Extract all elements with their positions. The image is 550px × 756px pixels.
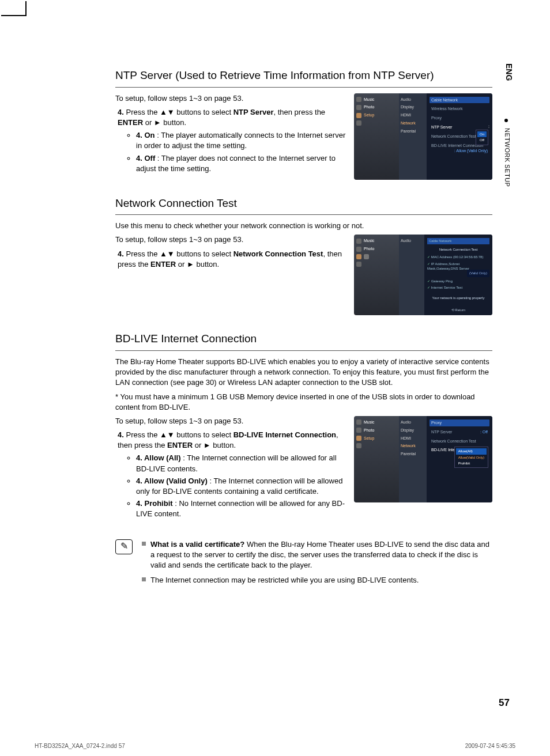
bold-text: NTP Server <box>233 108 274 116</box>
label: Photo <box>364 104 374 110</box>
shot-menu: Audio Display HDMI Network Parental <box>399 416 427 502</box>
label: Music <box>364 419 374 425</box>
setup-icon <box>356 436 361 441</box>
footer-left: HT-BD3252A_XAA_0724-2.indd 57 <box>35 742 125 750</box>
music-icon <box>356 239 361 244</box>
text: Press the ▲▼ buttons to select <box>126 430 233 439</box>
status-message: Your network is operating properly <box>427 292 489 300</box>
divider <box>115 350 492 351</box>
note-text: The Internet connection may be restricte… <box>150 575 419 585</box>
shot-panel: Cable Network Wireless Network Proxy NTP… <box>427 93 492 180</box>
label: Music <box>364 97 374 103</box>
bold-text: BD-LIVE Internet Connection <box>233 430 336 439</box>
dropdown-option: Allow(Valid Only) <box>456 455 487 460</box>
bold-text: ENTER <box>150 260 176 269</box>
dropdown-option: Off <box>477 137 487 143</box>
text: or ► button. <box>143 118 186 127</box>
dropdown-option-selected: On <box>477 131 487 137</box>
note-icon: ✎ <box>115 539 133 554</box>
label: Photo <box>364 246 374 252</box>
page-content: ENG NETWORK SETUP NTP Server (Used to Re… <box>35 58 515 721</box>
label: NTP Server <box>430 124 454 131</box>
menu-item: HDMI <box>401 112 425 118</box>
value: : Off <box>480 429 488 435</box>
bold-text: Network Connection Test <box>233 250 323 258</box>
dropdown-option: Prohibit <box>456 460 487 466</box>
footer: HT-BD3252A_XAA_0724-2.indd 57 2009-07-24… <box>35 742 515 750</box>
label: Setup <box>364 112 374 118</box>
bold-text: Prohibit <box>144 499 172 508</box>
section-tab-label: NETWORK SETUP <box>504 128 511 187</box>
shot-panel: Cable Network Network Connection Test MA… <box>424 235 492 315</box>
check-item: IP Address,Subnet Mask,Gateway,DNS Serve… <box>427 262 489 277</box>
section-title-bdlive: BD-LIVE Internet Connection <box>115 331 492 347</box>
crop-mark <box>1 15 27 16</box>
menu-item: Display <box>401 428 425 433</box>
panel-title: Cable Network <box>427 238 489 244</box>
panel-item: Wireless Network <box>430 105 489 112</box>
panel-item: Cable Network <box>430 97 489 104</box>
label: Photo <box>364 428 374 433</box>
note-list: What is a valid certificate? When the Bl… <box>142 539 492 591</box>
menu-item: HDMI <box>401 436 425 441</box>
screenshot-nct: Music Photo Audio Cable Network Network … <box>354 235 492 315</box>
menu-item-selected: Network <box>401 443 425 449</box>
gear-icon <box>364 254 369 259</box>
label: NTP Server <box>431 430 452 434</box>
value: : Allow (Valid Only) <box>454 148 488 154</box>
square-bullet-icon <box>142 542 146 546</box>
text: : The player automatically connects to t… <box>136 131 345 150</box>
note-box: ✎ What is a valid certificate? When the … <box>115 539 492 591</box>
setup-icon <box>356 113 361 118</box>
shot-sidebar: Music Photo Setup <box>354 416 399 502</box>
language-tab: ENG <box>502 58 515 86</box>
photo-icon <box>356 105 361 110</box>
text: Press the ▲▼ buttons to select <box>126 250 233 258</box>
shot-sidebar: Music Photo Setup <box>354 93 399 180</box>
menu-item: Audio <box>401 97 425 103</box>
section-title-nct: Network Connection Test <box>115 196 492 211</box>
panel-subtitle: Network Connection Test <box>427 246 489 253</box>
check-item: Internet Service Test <box>427 285 489 290</box>
text: or ► button. <box>193 441 236 449</box>
body-text: The Blu-ray Home Theater supports BD-LIV… <box>115 357 492 388</box>
bold-text: What is a valid certificate? <box>150 540 244 549</box>
dropdown: On Off <box>476 130 488 145</box>
bold-text: Allow (Valid Only) <box>144 477 208 485</box>
menu-item: Audio <box>401 238 423 244</box>
page-number: 57 <box>499 696 510 710</box>
square-bullet-icon <box>142 577 146 581</box>
panel-item: Network Connection Test <box>430 438 489 445</box>
divider <box>115 214 492 215</box>
menu-item: Audio <box>401 419 425 425</box>
note-item: The Internet connection may be restricte… <box>142 575 492 585</box>
panel-item: Proxy <box>430 419 489 426</box>
side-tab: ENG NETWORK SETUP <box>502 58 515 195</box>
screenshot-bdlive: Music Photo Setup Audio Display HDMI Net… <box>354 416 492 502</box>
ntp-row: NTP Server: On Off <box>430 124 489 131</box>
panel-item: Proxy <box>430 115 489 122</box>
divider <box>115 87 492 88</box>
menu-item: Parental <box>401 451 425 457</box>
text: , then press the <box>273 108 325 116</box>
photo-icon <box>356 247 361 252</box>
shot-sidebar: Music Photo <box>354 235 399 315</box>
menu-item: Display <box>401 104 425 110</box>
panel-item: NTP Server : Off <box>430 429 489 436</box>
check-item: Gateway Ping <box>427 279 489 284</box>
crop-mark <box>25 1 27 15</box>
disc-icon <box>356 262 361 267</box>
bold-text: ENTER <box>167 441 193 449</box>
badge: (Valid Only) <box>467 270 489 277</box>
bold-text: ENTER <box>118 118 143 127</box>
shot-menu: Audio Display HDMI Network Parental <box>399 93 427 180</box>
setup-icon <box>356 254 361 259</box>
disc-icon <box>356 120 361 126</box>
shot-menu: Audio <box>399 235 424 315</box>
note-text: What is a valid certificate? When the Bl… <box>150 539 492 571</box>
dropdown: Allow(All) Allow(Valid Only) Prohibit <box>454 447 488 468</box>
text: IP Address,Subnet Mask,Gateway,DNS Serve… <box>427 262 469 270</box>
shot-panel: Proxy NTP Server : Off Network Connectio… <box>427 416 492 502</box>
disc-icon <box>356 443 361 448</box>
bold-text: On <box>144 131 155 139</box>
